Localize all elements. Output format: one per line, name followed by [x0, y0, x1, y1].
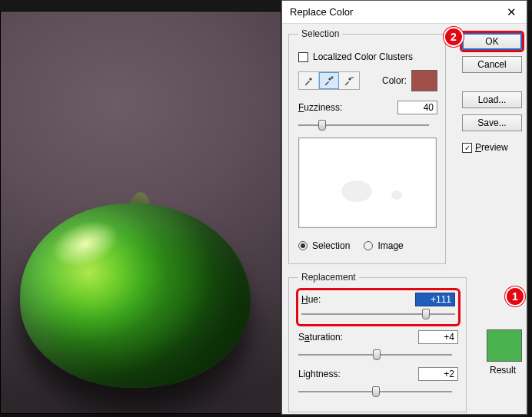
- result-label: Result: [490, 365, 516, 376]
- dialog-title: Replace Color: [290, 6, 353, 18]
- hue-slider[interactable]: [301, 308, 455, 320]
- hue-label: Hue:: [301, 294, 321, 305]
- dialog-titlebar[interactable]: Replace Color ✕: [282, 1, 527, 24]
- result-swatch[interactable]: [487, 329, 522, 362]
- callout-2: 2: [444, 27, 464, 47]
- fuzziness-slider[interactable]: [298, 119, 429, 131]
- saturation-field[interactable]: [418, 330, 458, 344]
- eyedropper-plus-icon[interactable]: [319, 72, 339, 89]
- canvas-background: [0, 11, 284, 414]
- saturation-slider[interactable]: [298, 349, 452, 361]
- hue-highlight: Hue: +111: [298, 290, 458, 324]
- close-icon[interactable]: ✕: [496, 1, 527, 24]
- localized-label: Localized Color Clusters: [313, 51, 413, 62]
- selection-preview: [298, 137, 437, 228]
- cancel-button[interactable]: Cancel: [462, 56, 522, 73]
- eyedropper-minus-icon[interactable]: [339, 72, 359, 89]
- lightness-label: Lightness:: [298, 369, 341, 379]
- replace-color-dialog: Replace Color ✕ Selection Localized Colo…: [281, 0, 527, 415]
- selection-fieldset: Selection Localized Color Clusters Color…: [288, 28, 446, 264]
- preview-checkbox[interactable]: ✓: [462, 143, 472, 153]
- callout-1: 1: [505, 286, 525, 306]
- ok-button[interactable]: OK: [462, 33, 522, 50]
- lightness-field[interactable]: [418, 367, 458, 381]
- save-button[interactable]: Save...: [462, 114, 522, 131]
- color-label: Color:: [382, 75, 407, 86]
- radio-image[interactable]: Image: [364, 240, 403, 251]
- fuzziness-field[interactable]: [397, 101, 437, 114]
- replacement-fieldset: Replacement Hue: +111 Saturation: Lightn…: [288, 272, 467, 412]
- localized-checkbox[interactable]: [298, 52, 308, 62]
- color-swatch[interactable]: [411, 70, 437, 91]
- eyedropper-group: [298, 71, 360, 90]
- saturation-label: Saturation:: [298, 332, 343, 343]
- fuzziness-label: FFuzziness:uzziness:: [298, 102, 342, 113]
- selection-legend: Selection: [298, 28, 342, 39]
- eyedropper-icon[interactable]: [299, 72, 319, 89]
- preview-label: Preview: [475, 142, 508, 153]
- lightness-slider[interactable]: [298, 386, 452, 398]
- load-button[interactable]: Load...: [462, 91, 522, 108]
- replacement-legend: Replacement: [298, 272, 359, 283]
- hue-field[interactable]: +111: [415, 293, 455, 306]
- radio-selection[interactable]: Selection: [298, 240, 350, 251]
- apple-image: [20, 204, 251, 388]
